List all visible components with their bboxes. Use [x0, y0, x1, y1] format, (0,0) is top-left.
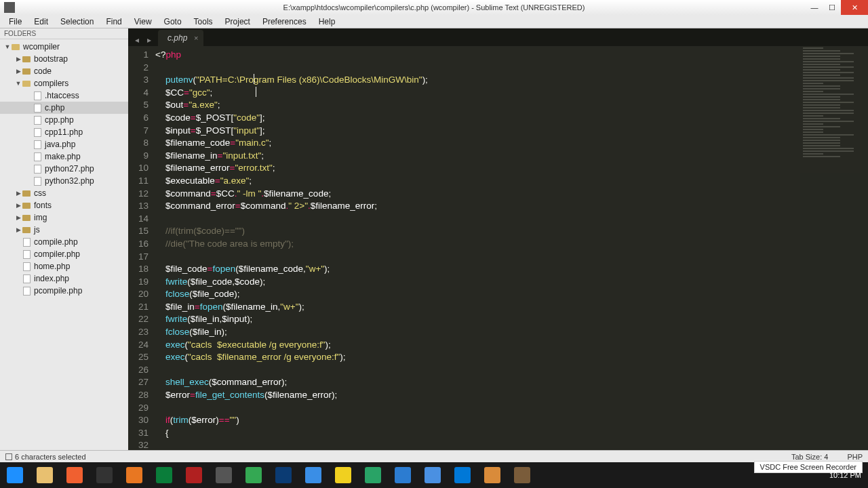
nav-back-icon[interactable]: ◂: [132, 34, 142, 46]
app-icon: [4, 2, 15, 13]
maximize-button[interactable]: ☐: [823, 0, 841, 15]
tree-make-php[interactable]: make.php: [0, 150, 128, 163]
status-selection: 6 characters selected: [5, 453, 86, 461]
tree-home-php[interactable]: home.php: [0, 260, 128, 272]
close-button[interactable]: ✕: [841, 0, 868, 15]
taskbar-app-12[interactable]: [358, 462, 388, 488]
taskbar-clock: 10:12 PM: [829, 471, 861, 479]
taskbar-app-10[interactable]: [298, 462, 328, 488]
menu-project[interactable]: Project: [219, 17, 256, 26]
folder-tree: ▼wcompiler▶bootstrap▶code▼compilers.htac…: [0, 39, 128, 297]
taskbar-app-1[interactable]: [30, 462, 60, 488]
tree-fonts[interactable]: ▶fonts: [0, 199, 128, 211]
window-title: E:\xampp\htdocs\wcompiler\compilers\c.ph…: [283, 3, 585, 12]
taskbar-app-2[interactable]: [60, 462, 90, 488]
menu-goto[interactable]: Goto: [158, 17, 188, 26]
taskbar-app-15[interactable]: [448, 462, 477, 488]
tab-close-icon[interactable]: ×: [194, 34, 198, 42]
minimize-button[interactable]: —: [806, 0, 823, 15]
menu-help[interactable]: Help: [313, 17, 342, 26]
tree-compilers[interactable]: ▼compilers: [0, 77, 128, 89]
editor: ◂ ▸ c.php × 1234567891011121314151617181…: [128, 28, 868, 450]
taskbar-app-16[interactable]: [477, 462, 507, 488]
taskbar-app-9[interactable]: [269, 462, 298, 488]
status-language[interactable]: PHP: [847, 453, 863, 461]
tree-compile-php[interactable]: compile.php: [0, 236, 128, 248]
tree-css[interactable]: ▶css: [0, 187, 128, 199]
sidebar: FOLDERS ▼wcompiler▶bootstrap▶code▼compil…: [0, 28, 128, 450]
taskbar: VSDC Free Screen Recorder 10:12 PM: [0, 462, 868, 488]
tab-row: ◂ ▸ c.php ×: [128, 28, 868, 46]
menu-file[interactable]: File: [3, 17, 28, 26]
tree-bootstrap[interactable]: ▶bootstrap: [0, 53, 128, 65]
tree-c-php[interactable]: c.php: [0, 102, 128, 114]
status-tabsize[interactable]: Tab Size: 4: [791, 453, 828, 461]
window-titlebar: E:\xampp\htdocs\wcompiler\compilers\c.ph…: [0, 0, 868, 15]
taskbar-app-4[interactable]: [119, 462, 149, 488]
nav-forward-icon[interactable]: ▸: [144, 34, 154, 46]
code-content[interactable]: <?php putenv("PATH=C:\Program Files (x86…: [155, 46, 868, 450]
menu-find[interactable]: Find: [100, 17, 127, 26]
taskbar-app-5[interactable]: [149, 462, 179, 488]
taskbar-app-17[interactable]: [507, 462, 537, 488]
taskbar-app-7[interactable]: [209, 462, 239, 488]
tree-cpp11-php[interactable]: cpp11.php: [0, 126, 128, 138]
taskbar-app-6[interactable]: [179, 462, 209, 488]
code-area[interactable]: 1234567891011121314151617181920212223242…: [128, 46, 868, 450]
tree-pcompile-php[interactable]: pcompile.php: [0, 285, 128, 297]
taskbar-app-11[interactable]: [328, 462, 358, 488]
minimap[interactable]: [800, 46, 868, 450]
menu-edit[interactable]: Edit: [28, 17, 54, 26]
tree-python27-php[interactable]: python27.php: [0, 163, 128, 175]
taskbar-app-0[interactable]: [0, 462, 30, 488]
menu-preferences[interactable]: Preferences: [256, 17, 313, 26]
tab-label: c.php: [167, 33, 187, 43]
tree-code[interactable]: ▶code: [0, 65, 128, 77]
taskbar-app-8[interactable]: [239, 462, 269, 488]
tree-java-php[interactable]: java.php: [0, 138, 128, 150]
menu-view[interactable]: View: [128, 17, 158, 26]
tab-c-php[interactable]: c.php ×: [158, 30, 203, 46]
taskbar-app-13[interactable]: [388, 462, 418, 488]
taskbar-app-14[interactable]: [418, 462, 448, 488]
tree-python32-php[interactable]: python32.php: [0, 175, 128, 187]
line-gutter: 1234567891011121314151617181920212223242…: [128, 46, 155, 450]
tree-js[interactable]: ▶js: [0, 224, 128, 236]
tree--htaccess[interactable]: .htaccess: [0, 89, 128, 102]
tree-compiler-php[interactable]: compiler.php: [0, 248, 128, 260]
menu-bar: FileEditSelectionFindViewGotoToolsProjec…: [0, 15, 868, 28]
status-bar: 6 characters selected Tab Size: 4 PHP: [0, 450, 868, 462]
menu-tools[interactable]: Tools: [188, 17, 219, 26]
taskbar-app-3[interactable]: [90, 462, 119, 488]
tree-index-php[interactable]: index.php: [0, 272, 128, 285]
tree-cpp-php[interactable]: cpp.php: [0, 114, 128, 126]
tree-wcompiler[interactable]: ▼wcompiler: [0, 41, 128, 53]
sidebar-header: FOLDERS: [0, 28, 128, 39]
tree-img[interactable]: ▶img: [0, 211, 128, 224]
menu-selection[interactable]: Selection: [54, 17, 100, 26]
